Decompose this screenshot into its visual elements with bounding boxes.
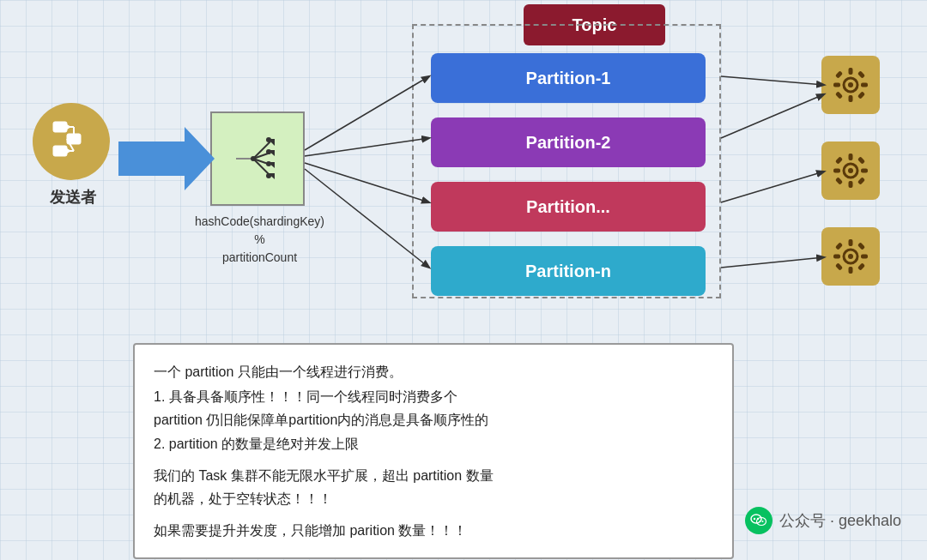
- svg-rect-0: [53, 122, 67, 132]
- svg-point-45: [848, 254, 853, 259]
- svg-rect-53: [857, 262, 865, 270]
- watermark-text: 公众号 · geekhalo: [779, 510, 901, 531]
- svg-rect-49: [861, 255, 868, 259]
- svg-rect-28: [833, 83, 840, 87]
- wechat-icon: [745, 507, 772, 534]
- gear-icon-3: [821, 227, 880, 286]
- svg-rect-32: [857, 70, 865, 78]
- svg-rect-43: [857, 177, 865, 184]
- svg-point-20: [266, 137, 271, 142]
- text-line-6: 我们的 Task 集群不能无限水平扩展，超出 partition 数量: [154, 464, 713, 487]
- gear-svg-1: [832, 66, 869, 104]
- svg-rect-42: [857, 156, 865, 164]
- sender-circle: [33, 103, 110, 180]
- sender-label: 发送者: [26, 187, 120, 208]
- svg-line-61: [721, 76, 824, 85]
- svg-rect-52: [857, 242, 865, 250]
- text-line-7: 的机器，处于空转状态！！！: [154, 487, 713, 510]
- main-container: 发送者 Topic Partition-1 Partition-2 Partit…: [0, 0, 927, 560]
- diagram-area: 发送者 Topic Partition-1 Partition-2 Partit…: [0, 0, 927, 326]
- svg-rect-29: [861, 83, 868, 87]
- partition-1-label: Partition-1: [526, 69, 611, 88]
- svg-rect-41: [835, 177, 843, 184]
- svg-point-69: [759, 521, 760, 522]
- svg-marker-7: [67, 124, 71, 129]
- gear-svg-3: [832, 238, 869, 275]
- text-line-3: partition 仍旧能保障单partition内的消息是具备顺序性的: [154, 408, 713, 431]
- svg-rect-40: [835, 156, 843, 164]
- hash-text: hashCode(shardingKey)%partitionCount: [195, 214, 324, 264]
- svg-rect-33: [857, 91, 865, 99]
- svg-point-21: [266, 149, 271, 154]
- svg-point-23: [266, 173, 271, 178]
- gear-svg-2: [832, 152, 869, 190]
- svg-point-19: [251, 156, 256, 161]
- svg-rect-51: [835, 262, 843, 270]
- dispatch-icon: [227, 129, 288, 189]
- svg-rect-46: [849, 239, 853, 246]
- partition-4-label: Partition-n: [525, 262, 611, 281]
- gear-icon-1: [821, 56, 880, 114]
- text-line-1: 一个 partition 只能由一个线程进行消费。: [154, 360, 713, 383]
- gear-icon-2: [821, 142, 880, 200]
- svg-point-25: [848, 82, 853, 87]
- svg-rect-48: [833, 255, 840, 259]
- svg-point-70: [761, 521, 763, 522]
- partition-1: Partition-1: [431, 53, 706, 103]
- svg-point-35: [848, 168, 853, 173]
- svg-rect-27: [849, 95, 853, 102]
- svg-rect-26: [849, 68, 853, 75]
- svg-line-63: [721, 172, 824, 202]
- text-line-4: 2. partition 的数量是绝对并发上限: [154, 432, 713, 455]
- svg-line-59: [305, 163, 429, 202]
- partition-2-label: Partition-2: [526, 133, 611, 153]
- svg-line-58: [305, 138, 429, 156]
- svg-line-57: [305, 76, 429, 150]
- partition-4: Partition-n: [431, 246, 706, 296]
- svg-rect-47: [849, 267, 853, 274]
- svg-rect-50: [835, 242, 843, 250]
- svg-marker-56: [118, 127, 215, 190]
- svg-rect-30: [835, 70, 843, 78]
- svg-rect-39: [861, 169, 868, 173]
- svg-rect-37: [849, 181, 853, 188]
- topic-container: Partition-1 Partition-2 Partition... Par…: [412, 24, 721, 298]
- watermark: 公众号 · geekhalo: [745, 507, 901, 534]
- partition-3-label: Partition...: [526, 197, 610, 217]
- sender-icon: [48, 118, 94, 165]
- svg-point-66: [754, 518, 755, 520]
- wechat-svg: [750, 512, 767, 529]
- svg-rect-2: [53, 146, 67, 156]
- svg-rect-36: [849, 154, 853, 160]
- partition-3: Partition...: [431, 182, 706, 232]
- svg-marker-9: [67, 148, 71, 154]
- text-line-2: 1. 具备具备顺序性！！！同一个线程同时消费多个: [154, 385, 713, 408]
- svg-rect-31: [835, 91, 843, 99]
- partition-2: Partition-2: [431, 117, 706, 167]
- svg-line-64: [721, 257, 824, 268]
- svg-point-22: [266, 161, 271, 166]
- hash-label: hashCode(shardingKey)%partitionCount: [185, 213, 335, 267]
- hash-box: [210, 111, 305, 206]
- svg-rect-38: [833, 169, 840, 173]
- text-line-9: 如果需要提升并发度，只能增加 parition 数量！！！: [154, 519, 713, 542]
- svg-line-62: [721, 94, 824, 138]
- text-box: 一个 partition 只能由一个线程进行消费。 1. 具备具备顺序性！！！同…: [133, 343, 734, 559]
